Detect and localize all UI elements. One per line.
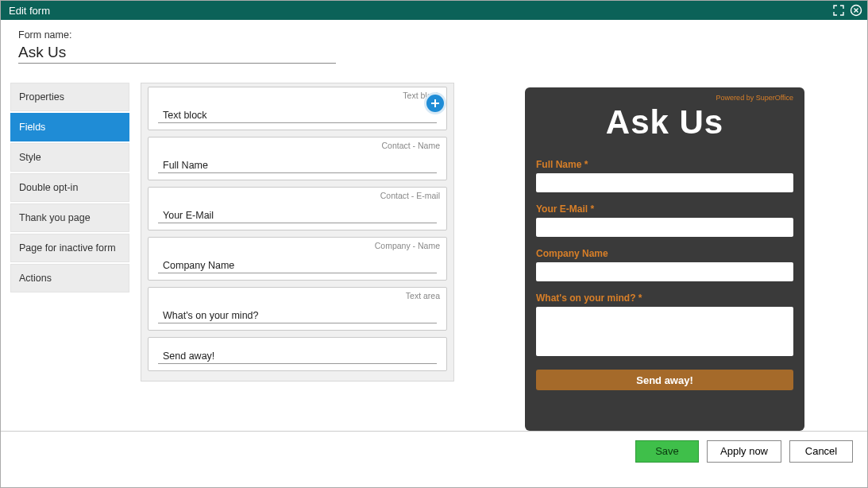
field-label: Company Name [158,258,437,273]
preview-field-label: Company Name [536,248,793,259]
field-card[interactable]: Send away! [148,337,447,371]
field-card[interactable]: Contact - E-mail Your E-Mail [148,187,447,230]
sidebar: Properties Fields Style Double opt-in Th… [10,83,129,431]
cancel-button[interactable]: Cancel [789,440,853,463]
sidebar-item-double-opt-in[interactable]: Double opt-in [10,173,129,202]
window-title: Edit form [9,5,50,17]
field-tag: Company - Name [155,241,440,250]
close-icon[interactable] [850,4,862,17]
field-card[interactable]: Text area What's on your mind? [148,287,447,331]
form-name-section: Form name: [1,20,867,64]
field-tag: Contact - E-mail [155,191,440,200]
preview-title: Ask Us [536,103,793,141]
powered-by-label: Powered by SuperOffice [536,94,793,102]
sidebar-item-thank-you-page[interactable]: Thank you page [10,203,129,232]
sidebar-item-properties[interactable]: Properties [10,83,129,111]
field-tag: Contact - Name [155,141,440,150]
apply-now-button[interactable]: Apply now [707,440,781,463]
preview-input-email[interactable] [536,218,793,237]
sidebar-item-label: Actions [19,273,52,284]
preview-input-company[interactable] [536,262,793,281]
titlebar: Edit form [1,1,867,20]
field-tag: Text block [155,91,440,100]
field-card[interactable]: Company - Name Company Name [148,237,447,281]
sidebar-item-actions[interactable]: Actions [10,264,129,292]
sidebar-item-page-for-inactive-form[interactable]: Page for inactive form [10,234,129,262]
sidebar-item-label: Style [19,152,41,163]
form-name-input[interactable] [18,41,336,64]
field-card[interactable]: Contact - Name Full Name [148,137,447,180]
footer: Save Apply now Cancel [1,431,867,471]
sidebar-item-label: Thank you page [19,212,91,223]
form-name-label: Form name: [18,29,850,41]
field-label: Full Name [158,158,437,173]
preview-pane: Powered by SuperOffice Ask Us Full Name … [454,83,859,431]
sidebar-item-label: Page for inactive form [19,242,116,254]
field-label: Text block [158,108,437,123]
sidebar-item-fields[interactable]: Fields [10,113,129,141]
preview-input-fullname[interactable] [536,173,793,192]
preview-field-label: Full Name * [536,159,793,170]
field-label: What's on your mind? [158,308,437,323]
field-label: Send away! [158,349,437,364]
fullscreen-icon[interactable] [832,4,845,17]
preview-textarea-mind[interactable] [536,307,793,356]
sidebar-item-label: Double opt-in [19,182,78,193]
preview-form: Powered by SuperOffice Ask Us Full Name … [525,87,804,431]
field-card[interactable]: Text block Text block [148,87,447,130]
save-button[interactable]: Save [635,440,699,463]
sidebar-item-style[interactable]: Style [10,143,129,172]
preview-field-label: What's on your mind? * [536,292,793,304]
sidebar-item-label: Properties [19,91,64,103]
fields-pane[interactable]: Text block Text block Contact - Name Ful… [141,83,454,381]
field-tag: Text area [155,291,440,300]
preview-field-label: Your E-Mail * [536,203,793,215]
add-field-button[interactable] [424,92,446,114]
preview-submit-button[interactable]: Send away! [536,370,793,390]
field-label: Your E-Mail [158,208,437,223]
sidebar-item-label: Fields [19,122,45,133]
